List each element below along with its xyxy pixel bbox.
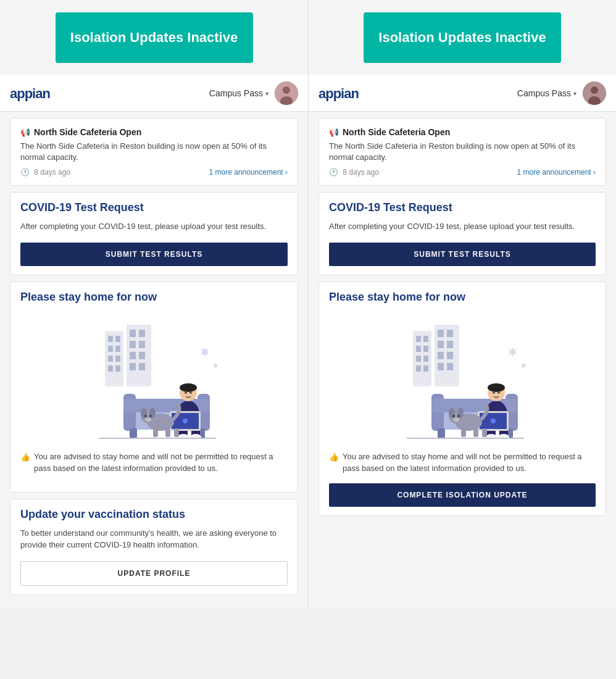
- svg-point-101: [452, 415, 455, 417]
- svg-rect-60: [423, 336, 428, 342]
- left-more-announcements-link[interactable]: 1 more announcement ›: [209, 168, 288, 177]
- left-campus-pass-arrow: ▾: [265, 90, 268, 97]
- left-announcement-footer: 🕐 8 days ago 1 more announcement ›: [20, 168, 288, 177]
- svg-text:appian: appian: [318, 86, 359, 101]
- svg-rect-12: [115, 365, 120, 372]
- svg-rect-52: [174, 428, 179, 437]
- right-appian-logo: appian: [318, 85, 374, 102]
- right-stay-home-title: Please stay home for now: [329, 291, 596, 304]
- right-clock-icon: 🕐: [329, 168, 338, 177]
- left-campus-pass[interactable]: Campus Pass ▾: [209, 88, 268, 98]
- left-hand-icon: 👍: [20, 451, 30, 464]
- svg-point-2: [283, 86, 290, 94]
- svg-rect-7: [108, 346, 113, 352]
- svg-rect-61: [416, 346, 421, 352]
- svg-point-88: [493, 391, 495, 394]
- svg-point-92: [486, 434, 497, 440]
- svg-rect-63: [416, 356, 421, 362]
- svg-point-48: [149, 415, 152, 417]
- svg-rect-51: [165, 428, 170, 437]
- left-announcement-card: 📢 North Side Cafeteria Open The North Si…: [10, 118, 298, 186]
- left-megaphone-icon: 📢: [20, 128, 30, 137]
- svg-rect-9: [108, 356, 113, 362]
- left-announcement-title: 📢 North Side Cafeteria Open: [20, 127, 288, 137]
- right-avatar: [583, 81, 606, 105]
- svg-point-96: [491, 419, 496, 423]
- right-more-announcements-link[interactable]: 1 more announcement ›: [517, 168, 596, 177]
- left-avatar-svg: [275, 81, 298, 105]
- left-submit-test-results-button[interactable]: SUBMIT TEST RESULTS: [20, 243, 288, 266]
- right-campus-pass-arrow: ▾: [573, 90, 576, 97]
- svg-rect-15: [139, 330, 145, 337]
- left-avatar-img: [275, 81, 298, 105]
- left-navbar: appian Campus Pass ▾: [0, 75, 308, 112]
- right-advisory-text: 👍 You are advised to stay home and will …: [329, 451, 596, 475]
- svg-rect-59: [416, 336, 421, 342]
- svg-rect-19: [139, 352, 145, 359]
- svg-rect-50: [153, 428, 158, 437]
- left-vaccination-text: To better understand our community's hea…: [20, 527, 288, 551]
- right-stay-home-card: Please stay home for now: [318, 281, 606, 516]
- svg-text:✻: ✻: [213, 362, 218, 369]
- right-campus-pass[interactable]: Campus Pass ▾: [517, 88, 576, 98]
- right-avatar-img: [583, 81, 606, 105]
- left-covid-title: COVID-19 Test Request: [20, 201, 288, 214]
- right-stay-home-illustration: ✻ ✻: [382, 319, 543, 442]
- left-panel: Isolation Updates Inactive appian Campus…: [0, 0, 308, 607]
- left-announcement-text: The North Side Cafeteria in Reston build…: [20, 141, 288, 163]
- svg-text:appian: appian: [10, 86, 50, 101]
- right-megaphone-icon: 📢: [329, 128, 339, 137]
- svg-point-89: [497, 391, 500, 394]
- left-vaccination-title: Update your vaccination status: [20, 508, 288, 521]
- right-covid-card: COVID-19 Test Request After completing y…: [318, 192, 606, 275]
- svg-rect-71: [447, 341, 453, 348]
- svg-rect-66: [423, 365, 428, 372]
- left-advisory-text: 👍 You are advised to stay home and will …: [20, 451, 288, 475]
- svg-point-49: [145, 418, 151, 422]
- appian-logo-svg: appian: [10, 85, 65, 102]
- svg-rect-29: [130, 428, 137, 438]
- right-navbar: appian Campus Pass ▾: [309, 75, 616, 112]
- svg-rect-17: [139, 341, 145, 348]
- svg-point-93: [498, 434, 509, 440]
- svg-rect-6: [115, 336, 120, 342]
- left-update-profile-button[interactable]: UPDATE PROFILE: [20, 561, 288, 586]
- svg-point-56: [591, 86, 598, 94]
- right-announcement-text: The North Side Cafeteria in Reston build…: [329, 141, 596, 163]
- right-illustration: ✻ ✻: [329, 312, 596, 451]
- svg-point-102: [457, 415, 460, 417]
- main-container: Isolation Updates Inactive appian Campus…: [0, 0, 616, 607]
- right-hand-icon: 👍: [329, 451, 339, 464]
- left-vaccination-card: Update your vaccination status To better…: [10, 499, 298, 595]
- svg-text:✻: ✻: [201, 347, 209, 357]
- svg-point-39: [190, 434, 201, 440]
- right-covid-text: After completing your COVID-19 test, ple…: [329, 220, 596, 233]
- right-announcement-card: 📢 North Side Cafeteria Open The North Si…: [318, 118, 606, 186]
- svg-rect-4: [105, 331, 123, 386]
- svg-rect-75: [447, 363, 453, 370]
- svg-rect-70: [438, 341, 444, 348]
- svg-rect-11: [108, 365, 113, 372]
- right-announcement-footer: 🕐 8 days ago 1 more announcement ›: [329, 168, 596, 177]
- svg-point-34: [185, 391, 187, 394]
- right-covid-title: COVID-19 Test Request: [329, 201, 596, 214]
- svg-rect-62: [423, 346, 428, 352]
- svg-text:✻: ✻: [521, 362, 526, 369]
- svg-point-47: [144, 415, 147, 417]
- svg-rect-68: [438, 330, 444, 337]
- svg-rect-72: [438, 352, 444, 359]
- svg-rect-21: [139, 363, 145, 370]
- right-complete-isolation-button[interactable]: COMPLETE ISOLATION UPDATE: [329, 483, 596, 507]
- right-announcement-time: 🕐 8 days ago: [329, 168, 379, 177]
- svg-rect-106: [482, 428, 487, 437]
- right-isolation-banner: Isolation Updates Inactive: [364, 12, 561, 63]
- left-stay-home-title: Please stay home for now: [20, 291, 288, 304]
- left-clock-icon: 🕐: [20, 168, 30, 177]
- svg-point-33: [180, 383, 197, 392]
- right-submit-test-results-button[interactable]: SUBMIT TEST RESULTS: [329, 243, 596, 266]
- right-panel: Isolation Updates Inactive appian Campus…: [308, 0, 616, 607]
- left-covid-text: After completing your COVID-19 test, ple…: [20, 220, 288, 233]
- svg-rect-64: [423, 356, 428, 362]
- svg-text:✻: ✻: [509, 347, 517, 357]
- svg-rect-16: [130, 341, 136, 348]
